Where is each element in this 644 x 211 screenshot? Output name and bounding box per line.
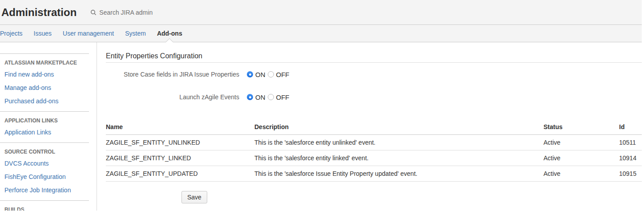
sidebar-section-atlassian-marketplace: ATLASSIAN MARKETPLACEFind new add-onsMan… bbox=[0, 53, 89, 111]
cell-id: 10915 bbox=[619, 166, 642, 182]
sidebar-link-application-links[interactable]: Application Links bbox=[0, 126, 89, 139]
nav-tab-issues[interactable]: Issues bbox=[34, 25, 52, 42]
sidebar-link-fisheye-configuration[interactable]: FishEye Configuration bbox=[0, 170, 89, 183]
table-row: ZAGILE_SF_ENTITY_LINKEDThis is the 'sale… bbox=[106, 150, 642, 166]
form-row-store-case-fields-in-jira-issue-properties: Store Case fields in JIRA Issue Properti… bbox=[106, 70, 642, 79]
off-radio-label: OFF bbox=[276, 71, 290, 78]
admin-nav: ProjectsIssuesUser managementSystemAdd-o… bbox=[0, 25, 644, 42]
nav-tab-user-management[interactable]: User management bbox=[63, 25, 114, 42]
sidebar-section-source-control: SOURCE CONTROLDVCS AccountsFishEye Confi… bbox=[0, 142, 89, 200]
on-radio[interactable] bbox=[247, 94, 253, 100]
cell-status: Active bbox=[543, 135, 619, 150]
sidebar-section-title: SOURCE CONTROL bbox=[0, 149, 89, 155]
nav-tab-add-ons[interactable]: Add-ons bbox=[157, 25, 182, 42]
on-radio[interactable] bbox=[247, 71, 253, 77]
on-radio-label: ON bbox=[255, 93, 266, 101]
save-button[interactable]: Save bbox=[181, 191, 207, 203]
nav-tab-projects[interactable]: Projects bbox=[0, 25, 23, 42]
scrollbar[interactable] bbox=[642, 0, 644, 211]
on-off-radio-group: ONOFF bbox=[247, 71, 292, 78]
sidebar-section-title: ATLASSIAN MARKETPLACE bbox=[0, 60, 89, 66]
off-radio-label: OFF bbox=[276, 93, 290, 101]
off-radio[interactable] bbox=[268, 94, 274, 100]
cell-id: 10914 bbox=[619, 150, 642, 166]
field-label: Launch zAgile Events bbox=[106, 93, 239, 101]
sidebar-link-purchased-add-ons[interactable]: Purchased add-ons bbox=[0, 94, 89, 108]
events-table: NameDescriptionStatusId ZAGILE_SF_ENTITY… bbox=[106, 120, 642, 182]
sidebar: ATLASSIAN MARKETPLACEFind new add-onsMan… bbox=[0, 42, 97, 211]
cell-id: 10511 bbox=[619, 135, 642, 150]
sidebar-link-dvcs-accounts[interactable]: DVCS Accounts bbox=[0, 157, 89, 170]
cell-name: ZAGILE_SF_ENTITY_LINKED bbox=[106, 150, 254, 166]
page-title: Administration bbox=[1, 6, 76, 19]
main-content: Entity Properties Configuration Store Ca… bbox=[97, 42, 644, 211]
cell-description: This is the 'salesforce entity unlinked'… bbox=[254, 135, 543, 150]
search-icon bbox=[90, 9, 99, 16]
cell-description: This is the 'salesforce entity linked' e… bbox=[254, 150, 543, 166]
cell-status: Active bbox=[543, 150, 619, 166]
section-heading: Entity Properties Configuration bbox=[106, 52, 642, 63]
sidebar-section-builds: BUILDS bbox=[0, 200, 89, 211]
table-row: ZAGILE_SF_ENTITY_UNLINKEDThis is the 'sa… bbox=[106, 135, 642, 150]
sidebar-link-find-new-add-ons[interactable]: Find new add-ons bbox=[0, 68, 89, 81]
sidebar-section-title: BUILDS bbox=[0, 207, 89, 211]
table-header-row: NameDescriptionStatusId bbox=[106, 120, 642, 135]
cell-description: This is the 'salesforce Issue Entity Pro… bbox=[254, 166, 543, 182]
on-radio-label: ON bbox=[255, 71, 266, 78]
on-off-radio-group: ONOFF bbox=[247, 93, 292, 101]
sidebar-section-application-links: APPLICATION LINKSApplication Links bbox=[0, 111, 89, 142]
cell-name: ZAGILE_SF_ENTITY_UPDATED bbox=[106, 166, 254, 182]
admin-header: Administration bbox=[0, 0, 644, 25]
sidebar-section-title: APPLICATION LINKS bbox=[0, 118, 89, 124]
admin-search-box bbox=[90, 9, 175, 16]
column-header-status: Status bbox=[543, 120, 619, 135]
cell-name: ZAGILE_SF_ENTITY_UNLINKED bbox=[106, 135, 254, 150]
column-header-name: Name bbox=[106, 120, 254, 135]
sidebar-link-manage-add-ons[interactable]: Manage add-ons bbox=[0, 81, 89, 94]
field-label: Store Case fields in JIRA Issue Properti… bbox=[106, 71, 239, 78]
sidebar-link-perforce-job-integration[interactable]: Perforce Job Integration bbox=[0, 183, 89, 197]
config-form: Store Case fields in JIRA Issue Properti… bbox=[106, 70, 642, 101]
column-header-description: Description bbox=[254, 120, 543, 135]
cell-status: Active bbox=[543, 166, 619, 182]
nav-tab-system[interactable]: System bbox=[125, 25, 146, 42]
search-input[interactable] bbox=[99, 9, 175, 16]
column-header-id: Id bbox=[619, 120, 642, 135]
form-row-launch-zagile-events: Launch zAgile EventsONOFF bbox=[106, 93, 642, 101]
table-row: ZAGILE_SF_ENTITY_UPDATEDThis is the 'sal… bbox=[106, 166, 642, 182]
off-radio[interactable] bbox=[268, 71, 274, 77]
